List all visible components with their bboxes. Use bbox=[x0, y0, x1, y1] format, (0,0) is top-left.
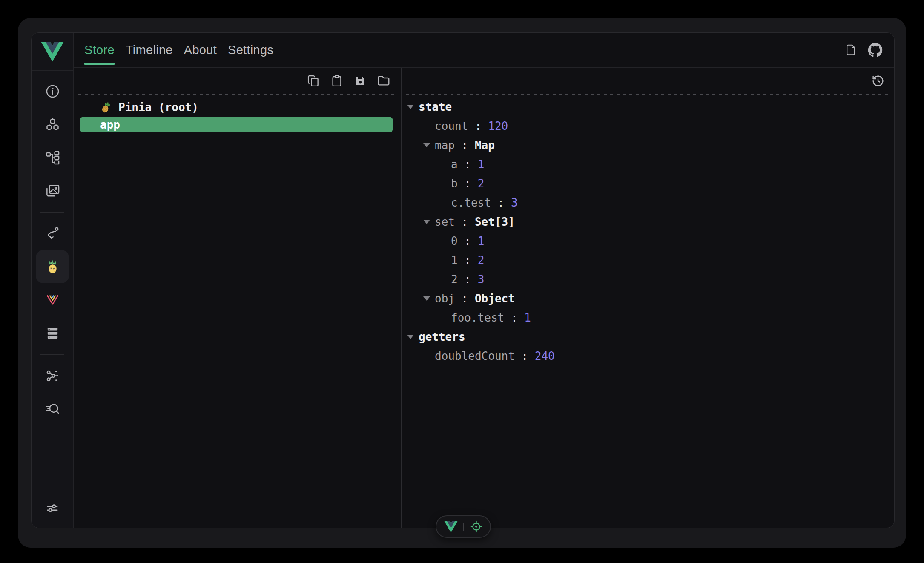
sidebar-item-pages[interactable] bbox=[36, 141, 69, 174]
inspect-target-icon bbox=[470, 520, 483, 533]
state-value: 1 bbox=[478, 158, 485, 171]
sidebar-nav bbox=[32, 71, 73, 425]
state-value: 120 bbox=[488, 120, 508, 132]
tree-row-getters[interactable]: getters bbox=[402, 327, 894, 346]
pinia-pineapple-icon bbox=[45, 259, 60, 274]
paste-state-button[interactable] bbox=[330, 75, 343, 87]
state-value: 240 bbox=[535, 350, 555, 362]
sidebar-item-vue-router[interactable] bbox=[36, 283, 69, 316]
document-icon bbox=[844, 43, 857, 56]
sidebar-item-pinia[interactable] bbox=[36, 250, 69, 283]
store-toolbar bbox=[74, 68, 401, 94]
store-list-panel: Pinia (root) app bbox=[74, 68, 402, 528]
tree-row-state[interactable]: state bbox=[402, 97, 894, 116]
active-tab-underline bbox=[84, 63, 115, 65]
tree-row-2[interactable]: 2 : 3 bbox=[402, 270, 894, 289]
store-root-row[interactable]: Pinia (root) bbox=[74, 99, 401, 116]
state-key: 1 bbox=[451, 254, 458, 267]
tab-settings[interactable]: Settings bbox=[227, 33, 274, 67]
vue-logo bbox=[32, 33, 73, 71]
collapse-arrow-icon[interactable] bbox=[423, 143, 435, 147]
state-value: 3 bbox=[478, 273, 485, 286]
key-value-separator: : bbox=[491, 196, 511, 209]
tree-row-obj[interactable]: obj : Object bbox=[402, 289, 894, 308]
collapse-arrow-icon[interactable] bbox=[407, 335, 419, 339]
sidebar-item-inspector[interactable] bbox=[36, 392, 69, 425]
pineapple-icon bbox=[98, 100, 114, 115]
vue-logo-icon bbox=[444, 521, 458, 533]
sidebar-item-servers[interactable] bbox=[36, 316, 69, 350]
tab-about[interactable]: About bbox=[184, 33, 217, 67]
state-key: b bbox=[451, 177, 458, 190]
sidebar-item-settings[interactable] bbox=[32, 488, 73, 528]
tab-store[interactable]: Store bbox=[84, 33, 115, 67]
collapse-arrow-icon[interactable] bbox=[407, 105, 419, 109]
tree-row-map[interactable]: map : Map bbox=[402, 135, 894, 155]
route-icon bbox=[45, 226, 60, 241]
components-icon bbox=[45, 117, 60, 132]
state-key: doubledCount bbox=[435, 350, 515, 362]
header-right-actions bbox=[844, 33, 894, 67]
state-key: count bbox=[435, 120, 468, 132]
history-button[interactable] bbox=[871, 74, 885, 88]
tree-row-set[interactable]: set : Set[3] bbox=[402, 212, 894, 231]
state-toolbar bbox=[402, 68, 894, 94]
tree-row-doubledCount[interactable]: doubledCount : 240 bbox=[402, 346, 894, 365]
info-icon bbox=[45, 84, 60, 99]
key-value-separator: : bbox=[455, 215, 475, 228]
store-root-label: Pinia (root) bbox=[118, 101, 198, 114]
key-value-separator: : bbox=[455, 139, 475, 152]
icon-sidebar bbox=[32, 33, 74, 528]
github-button[interactable] bbox=[868, 43, 883, 57]
vue-devtools-toggle[interactable] bbox=[444, 521, 458, 533]
servers-icon bbox=[45, 326, 60, 341]
sidebar-item-graph[interactable] bbox=[36, 359, 69, 392]
tree-row-b[interactable]: b : 2 bbox=[402, 174, 894, 193]
inspect-element-button[interactable] bbox=[470, 520, 483, 533]
tree-row-1[interactable]: 1 : 2 bbox=[402, 250, 894, 270]
open-file-button[interactable] bbox=[377, 75, 390, 87]
tree-row-foo.test[interactable]: foo.test : 1 bbox=[402, 308, 894, 327]
state-value: Map bbox=[475, 139, 495, 152]
inspector-search-icon bbox=[45, 402, 60, 417]
tree-row-c.test[interactable]: c.test : 3 bbox=[402, 193, 894, 212]
vue-router-icon bbox=[45, 293, 60, 307]
state-value: 1 bbox=[524, 311, 531, 324]
pill-divider bbox=[463, 523, 464, 531]
sidebar-item-components[interactable] bbox=[36, 108, 69, 141]
store-row-app[interactable]: app bbox=[80, 117, 393, 132]
devtools-window: StoreTimelineAboutSettings bbox=[18, 18, 906, 548]
vue-logo-icon bbox=[41, 42, 64, 62]
docs-button[interactable] bbox=[844, 43, 857, 56]
tab-timeline[interactable]: Timeline bbox=[125, 33, 173, 67]
state-key: set bbox=[435, 215, 455, 228]
tree-row-0[interactable]: 0 : 1 bbox=[402, 231, 894, 250]
section-label: getters bbox=[419, 330, 465, 343]
top-header: StoreTimelineAboutSettings bbox=[74, 33, 894, 68]
state-key: obj bbox=[435, 292, 455, 305]
tree-row-a[interactable]: a : 1 bbox=[402, 155, 894, 174]
sidebar-item-overview[interactable] bbox=[36, 75, 69, 108]
sidebar-item-assets[interactable] bbox=[36, 174, 69, 207]
github-icon bbox=[868, 43, 883, 57]
state-value: 3 bbox=[511, 196, 518, 209]
sidebar-divider bbox=[40, 354, 64, 355]
collapse-arrow-icon[interactable] bbox=[423, 220, 435, 224]
key-value-separator: : bbox=[455, 292, 475, 305]
tab-label: About bbox=[184, 43, 217, 57]
state-key: foo.test bbox=[451, 311, 504, 324]
sidebar-item-router-routes[interactable] bbox=[36, 217, 69, 250]
state-key: map bbox=[435, 139, 455, 152]
state-key: a bbox=[451, 158, 458, 171]
key-value-separator: : bbox=[504, 311, 524, 324]
key-value-separator: : bbox=[468, 120, 488, 132]
stores-tree: Pinia (root) app bbox=[74, 95, 401, 132]
key-value-separator: : bbox=[458, 177, 478, 190]
tab-label: Store bbox=[84, 43, 115, 57]
collapse-arrow-icon[interactable] bbox=[423, 296, 435, 301]
tree-row-count[interactable]: count : 120 bbox=[402, 116, 894, 135]
sidebar-divider bbox=[40, 212, 64, 213]
copy-state-button[interactable] bbox=[307, 75, 320, 87]
key-value-separator: : bbox=[458, 273, 478, 286]
save-state-button[interactable] bbox=[354, 75, 367, 87]
